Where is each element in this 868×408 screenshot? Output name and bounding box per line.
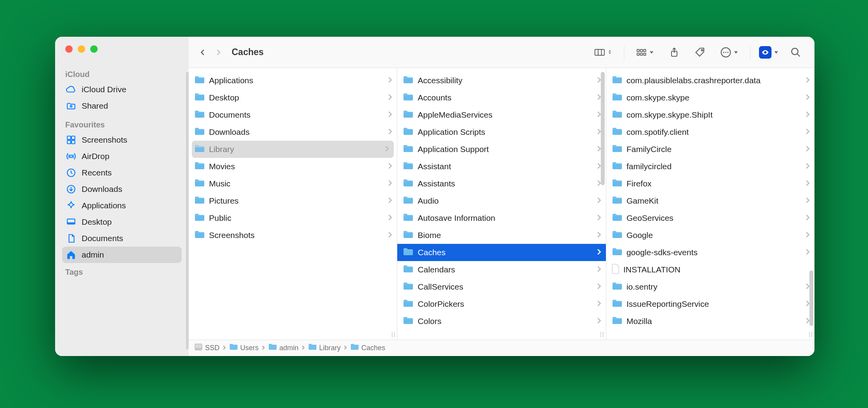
path-segment[interactable]: Caches [350,344,385,353]
view-columns-button[interactable] [591,45,615,60]
file-row[interactable]: Desktop [189,89,397,106]
file-label: FamilyCircle [627,145,672,154]
file-row[interactable]: IssueReportingService [606,295,814,313]
share-button[interactable] [666,45,683,60]
file-row[interactable]: Colors [397,313,605,330]
shared-folder-icon [66,101,76,111]
folder-icon [612,316,623,326]
search-button[interactable] [787,45,804,60]
sidebar-item-downloads[interactable]: Downloads [62,181,182,197]
folder-icon [194,230,205,240]
fullscreen-window-button[interactable] [90,45,98,53]
quicklook-extension-button[interactable] [759,46,772,59]
folder-icon [403,179,414,189]
file-row[interactable]: Applications [189,72,397,89]
nav-forward-button[interactable] [211,45,226,60]
apps-icon [66,200,76,211]
path-segment[interactable]: admin [268,344,298,353]
file-row[interactable]: io.sentry [606,278,814,295]
finder-sidebar: iCloud iCloud Drive Shared Favourites [55,37,189,356]
desktop-icon [66,217,76,227]
file-row[interactable]: familycircled [606,158,814,175]
file-row[interactable]: GeoServices [606,209,814,227]
folder-icon [403,161,414,172]
column-scrollbar[interactable] [809,270,813,326]
column-1: AccessibilityAccountsAppleMediaServicesA… [397,68,606,340]
svg-rect-18 [644,53,646,55]
minimize-window-button[interactable] [78,45,85,53]
folder-icon [612,75,623,86]
file-row[interactable]: Music [189,175,397,192]
file-row[interactable]: Biome [397,227,605,244]
file-row[interactable]: Library [192,141,394,158]
path-segment[interactable]: SSD [194,343,220,353]
column-resize-handle[interactable]: || [391,331,396,337]
tags-button[interactable] [691,45,709,60]
file-row[interactable]: Accessibility [397,72,605,89]
file-row[interactable]: Downloads [189,123,397,141]
file-row[interactable]: CallServices [397,278,605,295]
file-label: familycircled [627,162,672,171]
sidebar-item-screenshots[interactable]: Screenshots [62,132,182,148]
file-row[interactable]: Accounts [397,89,605,106]
file-row[interactable]: ColorPickers [397,295,605,313]
sidebar-item-airdrop[interactable]: AirDrop [62,148,182,165]
sidebar-item-recents[interactable]: Recents [62,165,182,181]
group-by-button[interactable] [633,45,657,60]
chevron-right-icon [597,317,601,326]
path-segment[interactable]: Library [308,344,341,353]
sidebar-item-desktop[interactable]: Desktop [62,214,182,230]
nav-back-button[interactable] [195,45,211,60]
file-row[interactable]: FamilyCircle [606,141,814,158]
file-row[interactable]: Application Support [397,141,605,158]
file-row[interactable]: Calendars [397,261,605,278]
file-row[interactable]: com.skype.skype [606,89,814,106]
column-resize-handle[interactable]: || [809,331,813,337]
file-row[interactable]: Audio [397,192,605,209]
file-row[interactable]: Firefox [606,175,814,192]
sidebar-item-shared[interactable]: Shared [62,98,182,114]
file-row[interactable]: Autosave Information [397,209,605,227]
column-resize-handle[interactable]: || [600,331,604,337]
file-row[interactable]: com.skype.skype.ShipIt [606,106,814,123]
file-row[interactable]: com.spotify.client [606,123,814,141]
sidebar-item-admin[interactable]: admin [62,247,182,263]
file-row[interactable]: Mozilla [606,313,814,330]
file-row[interactable]: Application Scripts [397,123,605,141]
file-row[interactable]: com.plausiblelabs.crashreporter.data [606,72,814,89]
chevron-right-icon [223,344,226,352]
file-row[interactable]: AppleMediaServices [397,106,605,123]
sidebar-scrollbar[interactable] [186,72,189,349]
chevron-updown-icon [607,49,612,56]
file-row[interactable]: Documents [189,106,397,123]
file-row[interactable]: Movies [189,158,397,175]
file-row[interactable]: GameKit [606,192,814,209]
file-row[interactable]: Public [189,209,397,227]
svg-rect-16 [637,53,639,55]
window-title: Caches [232,47,264,57]
chevron-right-icon [388,163,392,171]
file-row[interactable]: Screenshots [189,227,397,244]
sidebar-item-icloud-drive[interactable]: iCloud Drive [62,81,182,98]
column-scrollbar[interactable] [601,72,605,185]
folder-icon [403,144,414,154]
action-menu-button[interactable] [717,45,741,60]
chevron-right-icon [388,231,392,240]
path-segment[interactable]: Users [229,344,259,353]
sidebar-item-applications[interactable]: Applications [62,197,182,214]
file-label: Music [209,179,230,188]
folder-icon [194,213,205,223]
close-window-button[interactable] [65,45,73,53]
sidebar-section-tags-label: Tags [55,263,189,277]
file-row[interactable]: Assistant [397,158,605,175]
file-row[interactable]: Google [606,227,814,244]
file-row[interactable]: INSTALLATION [606,261,814,278]
chevron-right-icon [262,344,265,352]
folder-icon [612,127,623,137]
file-row[interactable]: Pictures [189,192,397,209]
file-row[interactable]: Assistants [397,175,605,192]
sidebar-item-documents[interactable]: Documents [62,230,182,247]
file-row[interactable]: Caches [397,244,605,261]
file-row[interactable]: google-sdks-events [606,244,814,261]
svg-rect-3 [67,140,71,144]
